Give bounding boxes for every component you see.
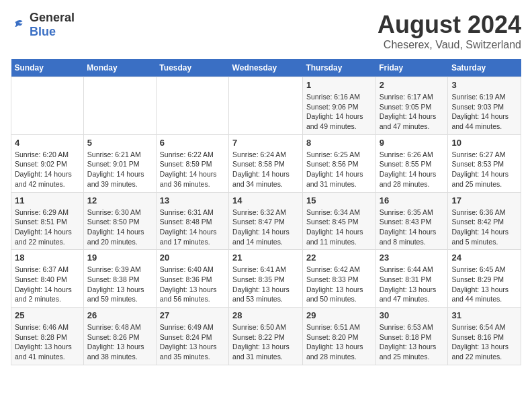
calendar-table: SundayMondayTuesdayWednesdayThursdayFrid… (11, 59, 521, 365)
day-info: Sunrise: 6:31 AM Sunset: 8:48 PM Dayligh… (160, 208, 225, 247)
day-number: 29 (306, 310, 372, 320)
title-area: August 2024 Cheserex, Vaud, Switzerland (378, 11, 521, 51)
week-row-2: 4Sunrise: 6:20 AM Sunset: 9:02 PM Daylig… (11, 134, 521, 192)
day-number: 20 (160, 253, 225, 263)
calendar-cell: 15Sunrise: 6:34 AM Sunset: 8:45 PM Dayli… (302, 192, 375, 250)
col-header-tuesday: Tuesday (156, 59, 228, 77)
calendar-cell: 29Sunrise: 6:51 AM Sunset: 8:20 PM Dayli… (302, 308, 375, 365)
day-number: 26 (87, 310, 152, 320)
day-number: 14 (232, 195, 299, 205)
calendar-cell: 14Sunrise: 6:32 AM Sunset: 8:47 PM Dayli… (229, 192, 303, 250)
day-info: Sunrise: 6:16 AM Sunset: 9:06 PM Dayligh… (306, 92, 372, 132)
day-info: Sunrise: 6:34 AM Sunset: 8:45 PM Dayligh… (306, 208, 372, 247)
week-row-4: 18Sunrise: 6:37 AM Sunset: 8:40 PM Dayli… (11, 250, 521, 308)
calendar-cell (83, 77, 156, 135)
logo: General Blue (11, 11, 75, 39)
calendar-cell: 5Sunrise: 6:21 AM Sunset: 9:01 PM Daylig… (83, 134, 156, 192)
calendar-cell: 24Sunrise: 6:45 AM Sunset: 8:29 PM Dayli… (448, 250, 521, 308)
calendar-cell: 18Sunrise: 6:37 AM Sunset: 8:40 PM Dayli… (11, 250, 84, 308)
calendar-cell: 20Sunrise: 6:40 AM Sunset: 8:36 PM Dayli… (156, 250, 228, 308)
header: General Blue August 2024 Cheserex, Vaud,… (11, 11, 521, 51)
day-number: 28 (232, 310, 299, 320)
day-info: Sunrise: 6:24 AM Sunset: 8:58 PM Dayligh… (232, 150, 299, 189)
day-number: 7 (232, 138, 299, 148)
day-info: Sunrise: 6:54 AM Sunset: 8:16 PM Dayligh… (451, 322, 517, 362)
week-row-5: 25Sunrise: 6:46 AM Sunset: 8:28 PM Dayli… (11, 308, 521, 365)
day-number: 2 (380, 80, 445, 90)
col-header-friday: Friday (375, 59, 448, 77)
week-row-1: 1Sunrise: 6:16 AM Sunset: 9:06 PM Daylig… (11, 77, 521, 135)
day-info: Sunrise: 6:29 AM Sunset: 8:51 PM Dayligh… (15, 208, 80, 247)
day-info: Sunrise: 6:48 AM Sunset: 8:26 PM Dayligh… (87, 322, 152, 362)
day-number: 22 (306, 253, 372, 263)
col-header-thursday: Thursday (302, 59, 375, 77)
day-number: 16 (380, 195, 445, 205)
day-number: 19 (87, 253, 152, 263)
day-info: Sunrise: 6:32 AM Sunset: 8:47 PM Dayligh… (232, 208, 299, 247)
main-title: August 2024 (378, 11, 521, 39)
day-info: Sunrise: 6:36 AM Sunset: 8:42 PM Dayligh… (451, 208, 517, 247)
day-info: Sunrise: 6:41 AM Sunset: 8:35 PM Dayligh… (232, 265, 299, 304)
col-header-saturday: Saturday (448, 59, 521, 77)
day-info: Sunrise: 6:27 AM Sunset: 8:53 PM Dayligh… (451, 150, 517, 189)
subtitle: Cheserex, Vaud, Switzerland (378, 39, 521, 51)
calendar-cell (11, 77, 84, 135)
day-number: 13 (160, 195, 225, 205)
day-info: Sunrise: 6:49 AM Sunset: 8:24 PM Dayligh… (160, 322, 225, 362)
day-number: 3 (451, 80, 517, 90)
day-number: 4 (15, 138, 80, 148)
day-info: Sunrise: 6:19 AM Sunset: 9:03 PM Dayligh… (451, 92, 517, 132)
calendar-cell: 30Sunrise: 6:53 AM Sunset: 8:18 PM Dayli… (375, 308, 448, 365)
day-info: Sunrise: 6:53 AM Sunset: 8:18 PM Dayligh… (380, 322, 445, 362)
calendar-cell: 9Sunrise: 6:26 AM Sunset: 8:55 PM Daylig… (375, 134, 448, 192)
calendar-cell: 17Sunrise: 6:36 AM Sunset: 8:42 PM Dayli… (448, 192, 521, 250)
day-number: 12 (87, 195, 152, 205)
col-header-monday: Monday (83, 59, 156, 77)
day-info: Sunrise: 6:42 AM Sunset: 8:33 PM Dayligh… (306, 265, 372, 304)
day-number: 17 (451, 195, 517, 205)
day-info: Sunrise: 6:20 AM Sunset: 9:02 PM Dayligh… (15, 150, 80, 189)
calendar-cell: 25Sunrise: 6:46 AM Sunset: 8:28 PM Dayli… (11, 308, 84, 365)
day-number: 6 (160, 138, 225, 148)
calendar-cell: 28Sunrise: 6:50 AM Sunset: 8:22 PM Dayli… (229, 308, 303, 365)
day-info: Sunrise: 6:35 AM Sunset: 8:43 PM Dayligh… (380, 208, 445, 247)
day-number: 23 (380, 253, 445, 263)
day-info: Sunrise: 6:22 AM Sunset: 8:59 PM Dayligh… (160, 150, 225, 189)
day-number: 5 (87, 138, 152, 148)
day-number: 27 (160, 310, 225, 320)
day-info: Sunrise: 6:37 AM Sunset: 8:40 PM Dayligh… (15, 265, 80, 304)
day-number: 15 (306, 195, 372, 205)
day-info: Sunrise: 6:17 AM Sunset: 9:05 PM Dayligh… (380, 92, 445, 132)
day-info: Sunrise: 6:40 AM Sunset: 8:36 PM Dayligh… (160, 265, 225, 304)
day-info: Sunrise: 6:44 AM Sunset: 8:31 PM Dayligh… (380, 265, 445, 304)
calendar-cell: 12Sunrise: 6:30 AM Sunset: 8:50 PM Dayli… (83, 192, 156, 250)
calendar-cell: 19Sunrise: 6:39 AM Sunset: 8:38 PM Dayli… (83, 250, 156, 308)
day-info: Sunrise: 6:50 AM Sunset: 8:22 PM Dayligh… (232, 322, 299, 362)
day-info: Sunrise: 6:45 AM Sunset: 8:29 PM Dayligh… (451, 265, 517, 304)
calendar-cell: 2Sunrise: 6:17 AM Sunset: 9:05 PM Daylig… (375, 77, 448, 135)
day-info: Sunrise: 6:21 AM Sunset: 9:01 PM Dayligh… (87, 150, 152, 189)
day-number: 30 (380, 310, 445, 320)
col-header-sunday: Sunday (11, 59, 84, 77)
day-number: 31 (451, 310, 517, 320)
calendar-cell: 22Sunrise: 6:42 AM Sunset: 8:33 PM Dayli… (302, 250, 375, 308)
logo-bird-icon (11, 17, 27, 33)
calendar-cell: 13Sunrise: 6:31 AM Sunset: 8:48 PM Dayli… (156, 192, 228, 250)
calendar-cell: 26Sunrise: 6:48 AM Sunset: 8:26 PM Dayli… (83, 308, 156, 365)
calendar-cell: 16Sunrise: 6:35 AM Sunset: 8:43 PM Dayli… (375, 192, 448, 250)
calendar-cell: 8Sunrise: 6:25 AM Sunset: 8:56 PM Daylig… (302, 134, 375, 192)
calendar-cell: 23Sunrise: 6:44 AM Sunset: 8:31 PM Dayli… (375, 250, 448, 308)
calendar-cell: 7Sunrise: 6:24 AM Sunset: 8:58 PM Daylig… (229, 134, 303, 192)
calendar-cell: 31Sunrise: 6:54 AM Sunset: 8:16 PM Dayli… (448, 308, 521, 365)
week-row-3: 11Sunrise: 6:29 AM Sunset: 8:51 PM Dayli… (11, 192, 521, 250)
calendar-cell: 6Sunrise: 6:22 AM Sunset: 8:59 PM Daylig… (156, 134, 228, 192)
calendar-cell: 27Sunrise: 6:49 AM Sunset: 8:24 PM Dayli… (156, 308, 228, 365)
calendar-cell (229, 77, 303, 135)
calendar-cell: 4Sunrise: 6:20 AM Sunset: 9:02 PM Daylig… (11, 134, 84, 192)
day-info: Sunrise: 6:39 AM Sunset: 8:38 PM Dayligh… (87, 265, 152, 304)
day-number: 11 (15, 195, 80, 205)
col-header-wednesday: Wednesday (229, 59, 303, 77)
day-info: Sunrise: 6:30 AM Sunset: 8:50 PM Dayligh… (87, 208, 152, 247)
calendar-cell: 3Sunrise: 6:19 AM Sunset: 9:03 PM Daylig… (448, 77, 521, 135)
calendar-cell: 11Sunrise: 6:29 AM Sunset: 8:51 PM Dayli… (11, 192, 84, 250)
